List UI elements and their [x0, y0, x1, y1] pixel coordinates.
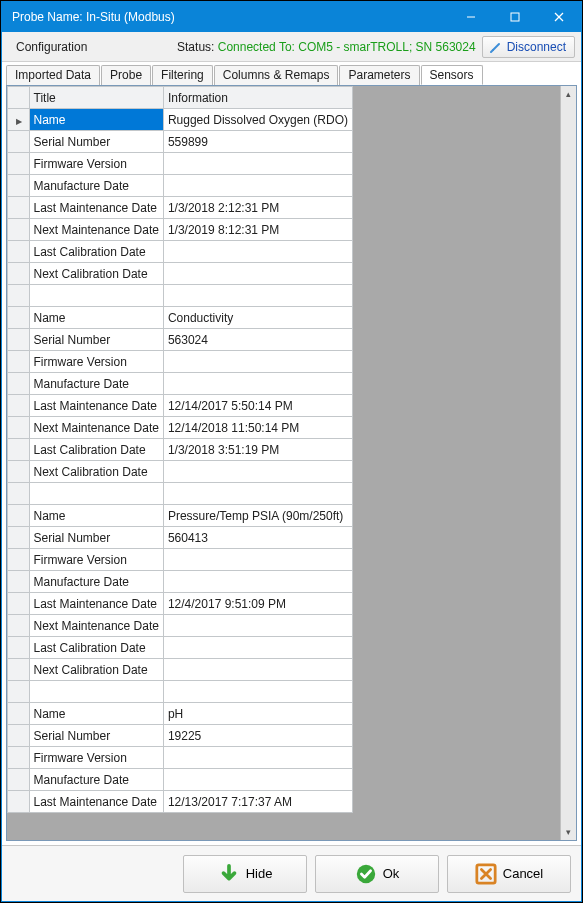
cell-title[interactable]: Last Maintenance Date — [29, 197, 163, 219]
row-header[interactable] — [8, 483, 30, 505]
cell-information[interactable]: 1/3/2018 3:51:19 PM — [163, 439, 352, 461]
cell-information[interactable] — [163, 241, 352, 263]
row-header[interactable] — [8, 373, 30, 395]
tab-columns-remaps[interactable]: Columns & Remaps — [214, 65, 339, 85]
close-button[interactable] — [537, 2, 581, 32]
row-header[interactable] — [8, 527, 30, 549]
cell-title[interactable] — [29, 483, 163, 505]
row-header[interactable] — [8, 747, 30, 769]
row-header[interactable] — [8, 439, 30, 461]
row-header[interactable] — [8, 153, 30, 175]
grid-corner[interactable] — [8, 87, 30, 109]
cell-title[interactable]: Next Maintenance Date — [29, 219, 163, 241]
row-header[interactable] — [8, 461, 30, 483]
row-header[interactable] — [8, 725, 30, 747]
cell-title[interactable]: Next Maintenance Date — [29, 615, 163, 637]
row-header[interactable] — [8, 703, 30, 725]
table-row[interactable]: Last Maintenance Date1/3/2018 2:12:31 PM — [8, 197, 353, 219]
scroll-up-arrow[interactable]: ▴ — [561, 86, 576, 102]
table-row[interactable]: NamePressure/Temp PSIA (90m/250ft) — [8, 505, 353, 527]
cell-information[interactable]: 12/14/2018 11:50:14 PM — [163, 417, 352, 439]
cell-title[interactable]: Last Calibration Date — [29, 439, 163, 461]
cell-information[interactable]: pH — [163, 703, 352, 725]
cell-title[interactable]: Serial Number — [29, 527, 163, 549]
cell-title[interactable] — [29, 285, 163, 307]
hide-button[interactable]: Hide — [183, 855, 307, 893]
cell-information[interactable]: 1/3/2018 2:12:31 PM — [163, 197, 352, 219]
row-header[interactable] — [8, 109, 30, 131]
cell-information[interactable] — [163, 153, 352, 175]
table-row[interactable]: Last Calibration Date1/3/2018 3:51:19 PM — [8, 439, 353, 461]
table-row[interactable]: Firmware Version — [8, 549, 353, 571]
row-header[interactable] — [8, 329, 30, 351]
cell-information[interactable] — [163, 175, 352, 197]
cell-information[interactable] — [163, 373, 352, 395]
cell-title[interactable] — [29, 681, 163, 703]
table-row[interactable] — [8, 681, 353, 703]
table-row[interactable]: Last Calibration Date — [8, 637, 353, 659]
row-header[interactable] — [8, 285, 30, 307]
row-header[interactable] — [8, 571, 30, 593]
cell-title[interactable]: Next Calibration Date — [29, 263, 163, 285]
row-header[interactable] — [8, 307, 30, 329]
cell-information[interactable] — [163, 483, 352, 505]
cell-title[interactable]: Name — [29, 109, 163, 131]
row-header[interactable] — [8, 197, 30, 219]
cell-information[interactable] — [163, 461, 352, 483]
cell-title[interactable]: Last Maintenance Date — [29, 593, 163, 615]
table-row[interactable]: Next Maintenance Date12/14/2018 11:50:14… — [8, 417, 353, 439]
cell-information[interactable]: 1/3/2019 8:12:31 PM — [163, 219, 352, 241]
cell-title[interactable]: Manufacture Date — [29, 373, 163, 395]
cell-title[interactable]: Last Maintenance Date — [29, 791, 163, 813]
maximize-button[interactable] — [493, 2, 537, 32]
cell-information[interactable]: Conductivity — [163, 307, 352, 329]
cell-information[interactable]: 559899 — [163, 131, 352, 153]
table-row[interactable]: Last Maintenance Date12/4/2017 9:51:09 P… — [8, 593, 353, 615]
cell-information[interactable] — [163, 681, 352, 703]
cell-title[interactable]: Name — [29, 307, 163, 329]
row-header[interactable] — [8, 263, 30, 285]
cell-title[interactable]: Next Calibration Date — [29, 659, 163, 681]
cell-title[interactable]: Serial Number — [29, 131, 163, 153]
row-header[interactable] — [8, 549, 30, 571]
cell-information[interactable]: 560413 — [163, 527, 352, 549]
tab-parameters[interactable]: Parameters — [339, 65, 419, 85]
cell-information[interactable] — [163, 549, 352, 571]
minimize-button[interactable] — [449, 2, 493, 32]
table-row[interactable]: Manufacture Date — [8, 373, 353, 395]
cell-title[interactable]: Last Maintenance Date — [29, 395, 163, 417]
cell-title[interactable]: Manufacture Date — [29, 571, 163, 593]
cell-title[interactable]: Serial Number — [29, 725, 163, 747]
table-row[interactable]: Last Maintenance Date12/13/2017 7:17:37 … — [8, 791, 353, 813]
row-header[interactable] — [8, 593, 30, 615]
table-row[interactable]: Next Maintenance Date — [8, 615, 353, 637]
cell-title[interactable]: Firmware Version — [29, 153, 163, 175]
cell-title[interactable]: Firmware Version — [29, 747, 163, 769]
row-header[interactable] — [8, 791, 30, 813]
cell-information[interactable]: 19225 — [163, 725, 352, 747]
table-row[interactable]: Manufacture Date — [8, 571, 353, 593]
table-row[interactable]: NameRugged Dissolved Oxygen (RDO) — [8, 109, 353, 131]
row-header[interactable] — [8, 417, 30, 439]
cell-information[interactable] — [163, 659, 352, 681]
cell-information[interactable] — [163, 285, 352, 307]
cell-information[interactable] — [163, 571, 352, 593]
cell-title[interactable]: Serial Number — [29, 329, 163, 351]
cell-title[interactable]: Firmware Version — [29, 351, 163, 373]
table-row[interactable]: NamepH — [8, 703, 353, 725]
cell-information[interactable]: 563024 — [163, 329, 352, 351]
row-header[interactable] — [8, 219, 30, 241]
disconnect-button[interactable]: Disconnect — [482, 36, 575, 58]
cell-information[interactable]: 12/4/2017 9:51:09 PM — [163, 593, 352, 615]
row-header[interactable] — [8, 769, 30, 791]
table-row[interactable]: Manufacture Date — [8, 769, 353, 791]
cell-information[interactable]: 12/14/2017 5:50:14 PM — [163, 395, 352, 417]
table-row[interactable]: Manufacture Date — [8, 175, 353, 197]
row-header[interactable] — [8, 637, 30, 659]
table-row[interactable]: Next Calibration Date — [8, 659, 353, 681]
cell-title[interactable]: Next Maintenance Date — [29, 417, 163, 439]
row-header[interactable] — [8, 131, 30, 153]
table-row[interactable]: NameConductivity — [8, 307, 353, 329]
cell-information[interactable] — [163, 615, 352, 637]
row-header[interactable] — [8, 659, 30, 681]
